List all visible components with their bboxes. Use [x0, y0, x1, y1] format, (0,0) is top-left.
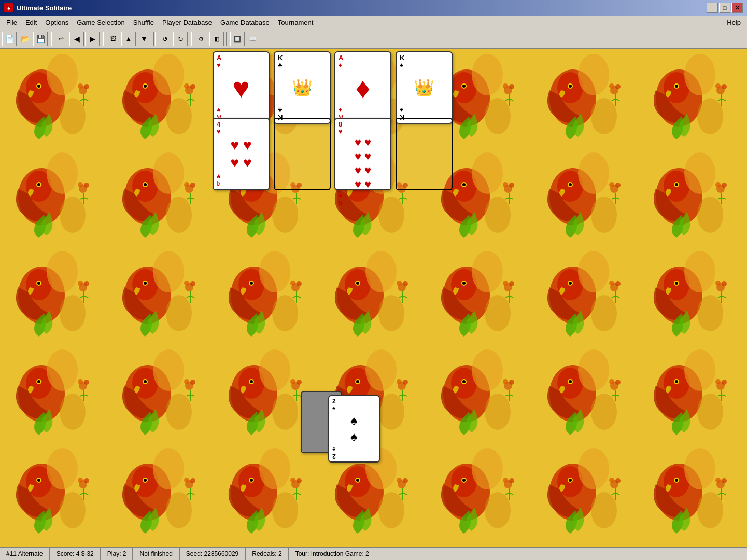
toolbar-new[interactable]: 📄 — [2, 32, 17, 46]
separator-3 — [153, 32, 156, 46]
toolbar-forward[interactable]: ▶ — [85, 32, 100, 46]
minimize-button[interactable]: ─ — [707, 3, 718, 13]
close-button[interactable]: ✕ — [731, 3, 743, 13]
menu-shuffle[interactable]: Shuffle — [129, 17, 158, 28]
status-finished: Not finished — [133, 548, 179, 560]
card-slot-2[interactable] — [274, 118, 331, 190]
separator-5 — [226, 32, 228, 46]
separator-4 — [190, 32, 192, 46]
toolbar-deal[interactable]: ⚙ — [194, 32, 208, 46]
status-tour: Tour: Introduction Game: 2 — [289, 548, 747, 560]
toolbar: 📄 📂 💾 ↩ ◀ ▶ 🖼 ▲ ▼ ↺ ↻ ⚙ ◧ 🔲 📖 — [0, 30, 747, 49]
toolbar-down[interactable]: ▼ — [137, 32, 151, 46]
menu-game-database[interactable]: Game Database — [216, 17, 274, 28]
toolbar-back[interactable]: ◀ — [69, 32, 84, 46]
status-bar: #11 Alternate Score: 4 $-32 Play: 2 Not … — [0, 547, 747, 560]
menu-player-database[interactable]: Player Database — [158, 17, 216, 28]
toolbar-redo[interactable]: ↻ — [173, 32, 188, 46]
toolbar-up[interactable]: ▲ — [121, 32, 136, 46]
game-area: A♥ ♥ A♥ K♣ 👑 K♣ A♦ ♦ A♦ K♠ 👑 K♠ — [0, 49, 747, 547]
status-game: #11 Alternate — [0, 548, 50, 560]
card-4-hearts[interactable]: 4♥ ♥ ♥ ♥ ♥ 4♥ — [213, 118, 270, 190]
card-ace-hearts[interactable]: A♥ ♥ A♥ — [213, 51, 270, 124]
separator-2 — [102, 32, 104, 46]
toolbar-screenshot[interactable]: 🖼 — [106, 32, 120, 46]
card-slot-4[interactable] — [396, 118, 453, 190]
menu-edit[interactable]: Edit — [21, 17, 41, 28]
toolbar-undo[interactable]: ↺ — [158, 32, 172, 46]
toolbar-restart[interactable]: ↩ — [54, 32, 68, 46]
restore-button[interactable]: □ — [719, 3, 730, 13]
card-8-hearts[interactable]: 8♥ ♥ ♥ ♥ ♥ ♥ ♥ ♥ ♥ 8♥ — [334, 118, 391, 190]
toolbar-save[interactable]: 💾 — [33, 32, 48, 46]
toolbar-book[interactable]: 📖 — [246, 32, 260, 46]
card-2-spades[interactable]: 2♠ ♠ ♠ 2♠ — [328, 395, 380, 463]
menu-file[interactable]: File — [2, 17, 21, 28]
separator-1 — [50, 32, 52, 46]
menu-help[interactable]: Help — [723, 17, 745, 28]
app-title: Ultimate Solitaire — [17, 4, 707, 12]
menu-options[interactable]: Options — [41, 17, 73, 28]
status-redeals: Redeals: 2 — [246, 548, 289, 560]
title-bar: ♠ Ultimate Solitaire ─ □ ✕ — [0, 0, 747, 16]
toolbar-open[interactable]: 📂 — [18, 32, 32, 46]
status-play: Play: 2 — [101, 548, 134, 560]
toolbar-layout[interactable]: ◧ — [209, 32, 224, 46]
menu-bar: File Edit Options Game Selection Shuffle… — [0, 16, 747, 30]
window-controls: ─ □ ✕ — [707, 3, 743, 13]
app-icon: ♠ — [4, 3, 13, 12]
card-king-clubs[interactable]: K♣ 👑 K♣ — [274, 51, 331, 124]
status-score: Score: 4 $-32 — [50, 548, 101, 560]
menu-tournament[interactable]: Tournament — [274, 17, 318, 28]
card-king-spades[interactable]: K♠ 👑 K♠ — [396, 51, 453, 124]
menu-game-selection[interactable]: Game Selection — [73, 17, 129, 28]
toolbar-options[interactable]: 🔲 — [230, 32, 245, 46]
status-seed: Seed: 2285660029 — [180, 548, 246, 560]
card-ace-diamonds[interactable]: A♦ ♦ A♦ — [334, 51, 391, 124]
